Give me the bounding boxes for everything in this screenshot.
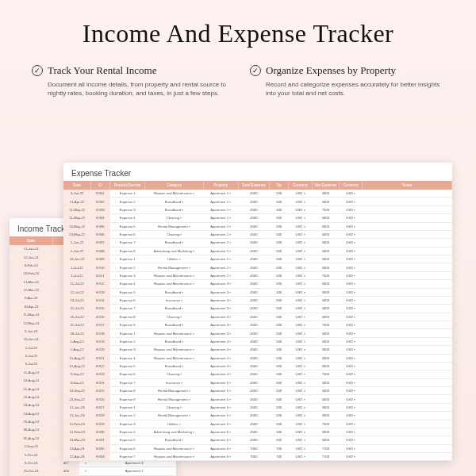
cell: Apartment 3 ▾	[203, 305, 238, 313]
cell: 7500	[312, 420, 339, 428]
cell	[363, 230, 452, 238]
cell: Expense 7	[110, 378, 145, 386]
feature-1-desc: Document all income details, from proper…	[32, 80, 226, 98]
cell: 4500	[238, 337, 269, 345]
cell: 5000	[312, 329, 339, 337]
table-row: 11-Aug-22EX21Expense 4Repairs and Mainte…	[63, 354, 452, 362]
cell: 5000	[312, 436, 339, 444]
cell: 5000	[312, 280, 339, 288]
cell: 12-Feb-23	[63, 428, 90, 436]
cell	[363, 395, 452, 403]
dropdown-icon: ▾	[193, 249, 194, 253]
cell: 4500	[238, 362, 269, 370]
cell: 500	[269, 222, 288, 230]
cell: USD ▾	[339, 321, 362, 329]
cell: 4500	[238, 329, 269, 337]
cell: USD ▾	[289, 321, 312, 329]
table-row: 28-Jul-22EX18Expense 1Repairs and Mainte…	[63, 329, 452, 337]
cell: Apartment 5 ▾	[203, 412, 238, 420]
cell: USD ▾	[289, 214, 312, 222]
cell: EX18	[90, 329, 109, 337]
table-row: 11-May-22EX04Expense 4Cleaning ▾Apartmen…	[63, 214, 452, 222]
dropdown-icon: ▾	[189, 266, 190, 270]
cell: USD ▾	[289, 190, 312, 198]
cell: Expense 9	[110, 395, 145, 403]
cell: USD ▾	[289, 337, 312, 345]
cell: Repairs and Maintenance ▾	[145, 444, 203, 452]
dropdown-icon: ▾	[180, 372, 182, 376]
cell: 700	[269, 453, 288, 461]
cell: USD ▾	[339, 354, 362, 362]
cell: 500	[269, 205, 288, 213]
cell: Expense 6	[110, 444, 145, 452]
cell: Apartment 5 ▾	[203, 420, 238, 428]
cell: Expense 3	[110, 271, 145, 279]
dropdown-icon: ▾	[354, 447, 355, 451]
cell: 4500	[238, 230, 269, 238]
table-row: 22-Jul-22EX15Expense 7Broadband ▾Apartme…	[63, 305, 452, 313]
table-row: 9-Sep-22EX23Expense 6Cleaning ▾Apartment…	[63, 370, 452, 378]
cell: EX05	[90, 222, 109, 230]
cell: 4500	[238, 420, 269, 428]
expense-col-header: Property	[203, 181, 238, 190]
cell: Apartment 3 ▾	[203, 288, 238, 296]
cell: Apartment 2 ▾	[203, 239, 238, 247]
dropdown-icon: ▾	[354, 266, 355, 270]
cell: 19-Sep-22	[63, 387, 90, 395]
table-row: 19-Jul-22EX14Expense 6Insurance ▾Apartme…	[63, 296, 452, 304]
cell: EX16	[90, 313, 109, 321]
cell: 9-Sep-22	[63, 370, 90, 378]
expense-col-header: Net Expense	[312, 181, 339, 190]
cell: USD ▾	[289, 362, 312, 370]
cell: Expense 5	[110, 222, 145, 230]
cell: 500	[269, 329, 288, 337]
cell: 4500	[238, 305, 269, 313]
cell	[363, 370, 452, 378]
cell: 4500	[238, 428, 269, 436]
cell: Expense 3	[110, 346, 145, 354]
dropdown-icon: ▾	[354, 208, 355, 212]
cell: USD ▾	[289, 296, 312, 304]
cell: Apartment 6 ▾	[203, 453, 238, 461]
cell: 11-Aug-22	[63, 362, 90, 370]
cell: 11-Jan-24	[10, 245, 52, 253]
cell: USD ▾	[289, 313, 312, 321]
cell: EX24	[90, 378, 109, 386]
dropdown-icon: ▾	[229, 430, 231, 434]
cell: EX08	[90, 247, 109, 255]
cell: 500	[269, 403, 288, 411]
cell: EX25	[90, 387, 109, 395]
cell: USD ▾	[339, 288, 362, 296]
dropdown-icon: ▾	[229, 216, 231, 220]
cell: EX26	[90, 395, 109, 403]
cell: Apartment 6 ▾	[203, 444, 238, 452]
cell: USD ▾	[339, 428, 362, 436]
cell: Expense 7	[110, 453, 145, 461]
cell: USD ▾	[289, 420, 312, 428]
dropdown-icon: ▾	[354, 356, 355, 360]
dropdown-icon: ▾	[179, 257, 181, 261]
cell: Expense 7	[110, 305, 145, 313]
cell: 5000	[312, 403, 339, 411]
dropdown-icon: ▾	[304, 216, 305, 220]
cell: 5000	[312, 313, 339, 321]
cell: USD ▾	[289, 370, 312, 378]
cell: 500	[269, 346, 288, 354]
dropdown-icon: ▾	[182, 200, 183, 204]
cell: 9-Feb-24	[10, 261, 52, 269]
cell: Broadband ▾	[145, 337, 203, 345]
cell: 5000	[312, 190, 339, 198]
cell: Expense 2	[110, 198, 145, 205]
cell: Apartment 4 ▾	[203, 346, 238, 354]
dropdown-icon: ▾	[304, 340, 305, 344]
cell: 5000	[312, 346, 339, 354]
dropdown-icon: ▾	[354, 249, 355, 253]
dropdown-icon: ▾	[229, 225, 231, 228]
dropdown-icon: ▾	[354, 298, 355, 302]
cell	[363, 205, 452, 213]
table-row: 13-Mar-23EX31Expense 5Broadband ▾Apartme…	[63, 436, 452, 444]
expense-sheet-title: Expense Tracker	[63, 163, 452, 181]
cell	[363, 321, 452, 329]
dropdown-icon: ▾	[229, 422, 231, 426]
cell: EX22	[90, 362, 109, 370]
